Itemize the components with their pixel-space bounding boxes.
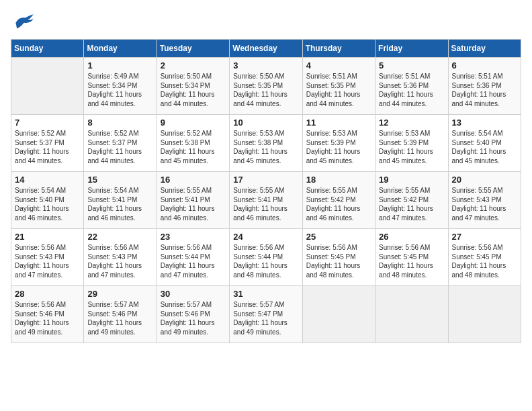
calendar-cell: 12Sunrise: 5:53 AM Sunset: 5:39 PM Dayli… <box>375 115 448 172</box>
calendar-body: 1Sunrise: 5:49 AM Sunset: 5:34 PM Daylig… <box>11 58 521 343</box>
day-info: Sunrise: 5:52 AM Sunset: 5:37 PM Dayligh… <box>15 129 80 165</box>
weekday-header-cell: Thursday <box>302 40 375 58</box>
day-info: Sunrise: 5:51 AM Sunset: 5:36 PM Dayligh… <box>379 72 444 108</box>
day-info: Sunrise: 5:57 AM Sunset: 5:47 PM Dayligh… <box>233 300 298 336</box>
calendar-cell: 18Sunrise: 5:55 AM Sunset: 5:42 PM Dayli… <box>302 172 375 229</box>
calendar-cell: 3Sunrise: 5:50 AM Sunset: 5:35 PM Daylig… <box>230 58 302 115</box>
calendar-cell: 20Sunrise: 5:55 AM Sunset: 5:43 PM Dayli… <box>448 172 521 229</box>
weekday-header-row: SundayMondayTuesdayWednesdayThursdayFrid… <box>11 40 521 58</box>
day-number: 15 <box>87 175 152 185</box>
page-header <box>11 11 521 31</box>
day-number: 2 <box>161 60 226 71</box>
day-number: 11 <box>306 118 371 128</box>
day-info: Sunrise: 5:53 AM Sunset: 5:39 PM Dayligh… <box>379 129 444 165</box>
day-number: 24 <box>233 232 298 242</box>
day-number: 31 <box>233 289 298 299</box>
day-number: 13 <box>452 118 517 128</box>
day-number: 21 <box>15 232 80 242</box>
day-number: 19 <box>379 175 444 185</box>
calendar-cell: 1Sunrise: 5:49 AM Sunset: 5:34 PM Daylig… <box>84 58 157 115</box>
day-info: Sunrise: 5:50 AM Sunset: 5:35 PM Dayligh… <box>233 72 298 108</box>
day-info: Sunrise: 5:51 AM Sunset: 5:35 PM Dayligh… <box>306 72 371 108</box>
calendar-cell: 16Sunrise: 5:55 AM Sunset: 5:41 PM Dayli… <box>157 172 229 229</box>
calendar-cell: 14Sunrise: 5:54 AM Sunset: 5:40 PM Dayli… <box>11 172 84 229</box>
weekday-header-cell: Wednesday <box>230 40 302 58</box>
calendar-cell: 17Sunrise: 5:55 AM Sunset: 5:41 PM Dayli… <box>230 172 302 229</box>
day-info: Sunrise: 5:56 AM Sunset: 5:43 PM Dayligh… <box>87 243 152 279</box>
calendar-cell: 26Sunrise: 5:56 AM Sunset: 5:45 PM Dayli… <box>375 229 448 286</box>
day-info: Sunrise: 5:55 AM Sunset: 5:42 PM Dayligh… <box>379 186 444 222</box>
calendar-cell: 7Sunrise: 5:52 AM Sunset: 5:37 PM Daylig… <box>11 115 84 172</box>
calendar-table: SundayMondayTuesdayWednesdayThursdayFrid… <box>11 39 521 343</box>
day-number: 27 <box>452 232 517 242</box>
day-info: Sunrise: 5:54 AM Sunset: 5:41 PM Dayligh… <box>87 186 152 222</box>
calendar-week-row: 28Sunrise: 5:56 AM Sunset: 5:46 PM Dayli… <box>11 286 521 343</box>
day-info: Sunrise: 5:57 AM Sunset: 5:46 PM Dayligh… <box>87 300 152 336</box>
day-number: 8 <box>87 118 152 128</box>
day-info: Sunrise: 5:56 AM Sunset: 5:43 PM Dayligh… <box>15 243 80 279</box>
calendar-week-row: 1Sunrise: 5:49 AM Sunset: 5:34 PM Daylig… <box>11 58 521 115</box>
calendar-cell: 9Sunrise: 5:52 AM Sunset: 5:38 PM Daylig… <box>157 115 229 172</box>
calendar-cell: 29Sunrise: 5:57 AM Sunset: 5:46 PM Dayli… <box>84 286 157 343</box>
day-info: Sunrise: 5:57 AM Sunset: 5:46 PM Dayligh… <box>161 300 226 336</box>
day-number: 16 <box>161 175 226 185</box>
calendar-cell: 27Sunrise: 5:56 AM Sunset: 5:45 PM Dayli… <box>448 229 521 286</box>
weekday-header-cell: Friday <box>375 40 448 58</box>
calendar-week-row: 14Sunrise: 5:54 AM Sunset: 5:40 PM Dayli… <box>11 172 521 229</box>
day-info: Sunrise: 5:53 AM Sunset: 5:38 PM Dayligh… <box>233 129 298 165</box>
day-info: Sunrise: 5:56 AM Sunset: 5:45 PM Dayligh… <box>452 243 517 279</box>
day-number: 9 <box>161 118 226 128</box>
calendar-cell: 19Sunrise: 5:55 AM Sunset: 5:42 PM Dayli… <box>375 172 448 229</box>
day-info: Sunrise: 5:54 AM Sunset: 5:40 PM Dayligh… <box>452 129 517 165</box>
calendar-cell: 6Sunrise: 5:51 AM Sunset: 5:36 PM Daylig… <box>448 58 521 115</box>
day-number: 12 <box>379 118 444 128</box>
calendar-cell: 13Sunrise: 5:54 AM Sunset: 5:40 PM Dayli… <box>448 115 521 172</box>
calendar-cell: 23Sunrise: 5:56 AM Sunset: 5:44 PM Dayli… <box>157 229 229 286</box>
calendar-cell: 25Sunrise: 5:56 AM Sunset: 5:45 PM Dayli… <box>302 229 375 286</box>
day-info: Sunrise: 5:55 AM Sunset: 5:42 PM Dayligh… <box>306 186 371 222</box>
day-number: 7 <box>15 118 80 128</box>
day-info: Sunrise: 5:55 AM Sunset: 5:41 PM Dayligh… <box>233 186 298 222</box>
calendar-cell: 21Sunrise: 5:56 AM Sunset: 5:43 PM Dayli… <box>11 229 84 286</box>
day-info: Sunrise: 5:51 AM Sunset: 5:36 PM Dayligh… <box>452 72 517 108</box>
day-number: 25 <box>306 232 371 242</box>
day-number: 22 <box>87 232 152 242</box>
calendar-cell: 22Sunrise: 5:56 AM Sunset: 5:43 PM Dayli… <box>84 229 157 286</box>
calendar-cell: 15Sunrise: 5:54 AM Sunset: 5:41 PM Dayli… <box>84 172 157 229</box>
day-number: 4 <box>306 60 371 71</box>
day-info: Sunrise: 5:52 AM Sunset: 5:37 PM Dayligh… <box>87 129 152 165</box>
calendar-cell: 31Sunrise: 5:57 AM Sunset: 5:47 PM Dayli… <box>230 286 302 343</box>
calendar-cell: 24Sunrise: 5:56 AM Sunset: 5:44 PM Dayli… <box>230 229 302 286</box>
day-info: Sunrise: 5:56 AM Sunset: 5:45 PM Dayligh… <box>306 243 371 279</box>
weekday-header-cell: Tuesday <box>157 40 229 58</box>
calendar-cell: 10Sunrise: 5:53 AM Sunset: 5:38 PM Dayli… <box>230 115 302 172</box>
day-number: 17 <box>233 175 298 185</box>
day-info: Sunrise: 5:56 AM Sunset: 5:45 PM Dayligh… <box>379 243 444 279</box>
calendar-cell: 4Sunrise: 5:51 AM Sunset: 5:35 PM Daylig… <box>302 58 375 115</box>
day-number: 29 <box>87 289 152 299</box>
day-info: Sunrise: 5:55 AM Sunset: 5:41 PM Dayligh… <box>161 186 226 222</box>
calendar-cell: 8Sunrise: 5:52 AM Sunset: 5:37 PM Daylig… <box>84 115 157 172</box>
calendar-cell: 28Sunrise: 5:56 AM Sunset: 5:46 PM Dayli… <box>11 286 84 343</box>
day-number: 5 <box>379 60 444 71</box>
calendar-cell <box>11 58 84 115</box>
calendar-cell <box>448 286 521 343</box>
calendar-week-row: 21Sunrise: 5:56 AM Sunset: 5:43 PM Dayli… <box>11 229 521 286</box>
day-info: Sunrise: 5:56 AM Sunset: 5:44 PM Dayligh… <box>233 243 298 279</box>
day-number: 23 <box>161 232 226 242</box>
day-number: 30 <box>161 289 226 299</box>
day-info: Sunrise: 5:52 AM Sunset: 5:38 PM Dayligh… <box>161 129 226 165</box>
day-info: Sunrise: 5:50 AM Sunset: 5:34 PM Dayligh… <box>161 72 226 108</box>
day-number: 26 <box>379 232 444 242</box>
day-number: 6 <box>452 60 517 71</box>
calendar-week-row: 7Sunrise: 5:52 AM Sunset: 5:37 PM Daylig… <box>11 115 521 172</box>
calendar-cell <box>375 286 448 343</box>
calendar-cell: 30Sunrise: 5:57 AM Sunset: 5:46 PM Dayli… <box>157 286 229 343</box>
weekday-header-cell: Monday <box>84 40 157 58</box>
day-info: Sunrise: 5:56 AM Sunset: 5:44 PM Dayligh… <box>161 243 226 279</box>
logo-bird-icon <box>11 11 35 31</box>
day-number: 28 <box>15 289 80 299</box>
calendar-cell: 5Sunrise: 5:51 AM Sunset: 5:36 PM Daylig… <box>375 58 448 115</box>
day-number: 3 <box>233 60 298 71</box>
calendar-cell: 2Sunrise: 5:50 AM Sunset: 5:34 PM Daylig… <box>157 58 229 115</box>
